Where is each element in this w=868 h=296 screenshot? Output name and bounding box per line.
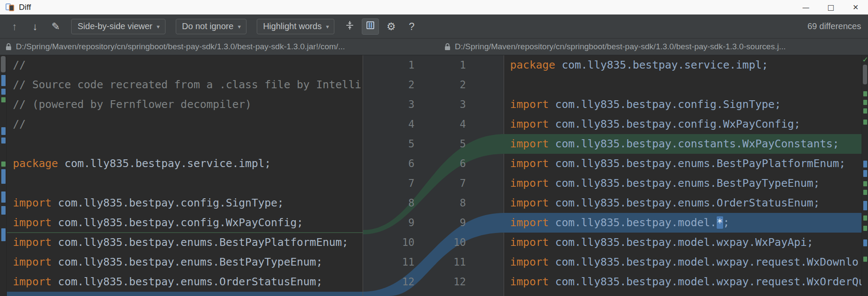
code-line-left-8[interactable]: import com.lly835.bestpay.config.SignTyp… (7, 193, 363, 213)
code-line-left-4[interactable]: // (7, 114, 363, 134)
viewer-mode-dropdown[interactable]: Side-by-side viewer ▾ (71, 19, 165, 34)
left-error-stripe (0, 55, 7, 296)
minimize-button[interactable]: — (793, 0, 818, 14)
keyword: package (13, 157, 58, 170)
window-title: Diff (19, 3, 31, 12)
code-line-left-10[interactable]: import com.lly835.bestpay.enums.BestPayP… (7, 233, 363, 252)
line-number-right-9: 9 (427, 213, 466, 233)
keyword: import (13, 275, 51, 288)
settings-button[interactable]: ⚙ (382, 18, 399, 35)
code-line-right-7[interactable]: import com.lly835.bestpay.enums.BestPayT… (504, 173, 862, 193)
line-number-right-1: 1 (427, 55, 466, 75)
code-line-right-3[interactable]: import com.lly835.bestpay.config.SignTyp… (504, 95, 862, 114)
code-line-right-4[interactable]: import com.lly835.bestpay.config.WxPayCo… (504, 114, 862, 134)
line-number-left-5: 5 (363, 134, 414, 154)
diff-marker[interactable] (863, 215, 867, 221)
code-line-right-10[interactable]: import com.lly835.bestpay.model.wxpay.Wx… (504, 233, 862, 252)
selected-token: * (717, 216, 723, 229)
synchronize-scrolling-toggle[interactable] (362, 18, 379, 35)
diff-marker[interactable] (1, 161, 6, 167)
scrollbar-thumb[interactable] (863, 65, 867, 84)
gear-icon: ⚙ (387, 21, 396, 33)
keyword: import (510, 216, 549, 229)
code-line-right-6[interactable]: import com.lly835.bestpay.enums.BestPayP… (504, 154, 862, 173)
diff-marker[interactable] (863, 170, 867, 177)
diff-marker[interactable] (863, 226, 867, 231)
code-line-right-11[interactable]: import com.lly835.bestpay.model.wxpay.re… (504, 252, 862, 272)
close-button[interactable]: ✕ (843, 0, 868, 14)
diff-marker[interactable] (863, 91, 867, 96)
diff-marker[interactable] (863, 257, 867, 262)
chevron-down-icon: ▾ (238, 23, 241, 30)
diff-marker[interactable] (1, 138, 6, 144)
diff-marker[interactable] (863, 190, 867, 195)
line-number-right-4: 4 (427, 114, 466, 134)
left-editor[interactable]: //// Source code recreated from a .class… (7, 55, 363, 296)
diff-marker[interactable] (863, 181, 867, 186)
diff-marker[interactable] (1, 127, 6, 135)
line-number-left-2: 2 (363, 75, 414, 95)
code-line-right-1[interactable]: package com.lly835.bestpay.service.impl; (504, 55, 862, 75)
code-line-right-12[interactable]: import com.lly835.bestpay.model.wxpay.re… (504, 272, 862, 292)
line-number-right-12: 12 (427, 272, 466, 292)
code-line-left-1[interactable]: // (7, 55, 363, 75)
keyword: import (510, 275, 549, 288)
code-line-right-8[interactable]: import com.lly835.bestpay.enums.OrderSta… (504, 193, 862, 213)
diff-marker[interactable] (1, 228, 6, 241)
diff-marker[interactable] (863, 120, 867, 125)
diff-marker[interactable] (1, 169, 6, 184)
edit-source-button[interactable]: ✎ (47, 18, 64, 35)
collapse-unchanged-button[interactable] (341, 18, 358, 35)
maximize-button[interactable]: □ (818, 0, 843, 14)
help-button[interactable]: ? (403, 18, 420, 35)
diff-marker[interactable] (863, 239, 867, 246)
keyword: import (13, 256, 51, 268)
help-icon: ? (409, 21, 414, 33)
scrollbar-thumb[interactable] (1, 56, 6, 72)
code-line-left-9[interactable]: import com.lly835.bestpay.config.WxPayCo… (7, 213, 363, 233)
highlight-policy-dropdown[interactable]: Highlight words ▾ (257, 19, 335, 34)
diff-marker[interactable] (1, 97, 6, 102)
code-line-left-2[interactable]: // Source code recreated from a .class f… (7, 75, 363, 95)
line-number-left-8: 8 (363, 193, 414, 213)
keyword: import (510, 118, 549, 130)
next-difference-button[interactable]: ↓ (27, 18, 44, 35)
code-line-right-2[interactable] (504, 75, 862, 95)
code-line-left-12[interactable]: import com.lly835.bestpay.enums.OrderSta… (7, 272, 363, 292)
line-number-right-13: 13 (427, 292, 466, 296)
diff-marker[interactable] (863, 100, 867, 105)
insertion-marker-line (7, 232, 363, 233)
diff-marker[interactable] (1, 206, 6, 215)
lock-icon (5, 43, 12, 51)
code-line-left-5[interactable] (7, 134, 363, 154)
code-line-left-3[interactable]: // (powered by Fernflower decompiler) (7, 95, 363, 114)
line-number-left-6: 6 (363, 154, 414, 173)
diff-marker[interactable] (863, 201, 867, 210)
ignore-policy-dropdown[interactable]: Do not ignore ▾ (176, 19, 246, 34)
synchronize-scrolling-icon (365, 20, 375, 33)
line-number-left-4: 4 (363, 114, 414, 134)
viewer-mode-label: Side-by-side viewer (78, 21, 153, 31)
inspections-ok-icon[interactable]: ✓ (862, 55, 868, 64)
right-editor[interactable]: package com.lly835.bestpay.service.impl;… (504, 55, 862, 296)
line-number-right-8: 8 (427, 193, 466, 213)
keyword: import (510, 98, 549, 111)
diff-marker[interactable] (1, 75, 6, 86)
diff-marker[interactable] (863, 108, 867, 114)
file-path-bar: D:/Spring/Maven/repository/cn/springboot… (0, 39, 868, 55)
code-line-left-13[interactable]: import com.lly835.bestpay.model. (7, 292, 363, 296)
code-line-left-11[interactable]: import com.lly835.bestpay.enums.BestPayT… (7, 252, 363, 272)
code-line-right-13[interactable]: import com.lly835.bestpay.model.wxpay. (504, 292, 862, 296)
line-number-right-3: 3 (427, 95, 466, 114)
diff-marker[interactable] (863, 161, 867, 167)
diff-marker[interactable] (1, 191, 6, 203)
previous-difference-button[interactable]: ↑ (6, 18, 23, 35)
keyword: import (510, 177, 549, 189)
code-line-right-9[interactable]: import com.lly835.bestpay.model.*; (504, 213, 862, 233)
highlight-policy-label: Highlight words (263, 21, 322, 31)
code-line-left-6[interactable]: package com.lly835.bestpay.service.impl; (7, 154, 363, 173)
code-line-right-5[interactable]: import com.lly835.bestpay.constants.WxPa… (504, 134, 862, 154)
code-line-left-7[interactable] (7, 173, 363, 193)
line-number-left-1: 1 (363, 55, 414, 75)
diff-marker[interactable] (1, 89, 6, 95)
